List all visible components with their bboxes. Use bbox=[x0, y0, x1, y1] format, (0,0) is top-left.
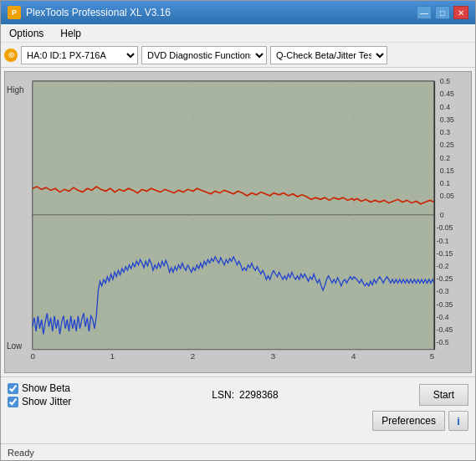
drive-select[interactable]: HA:0 ID:1 PX-716A bbox=[21, 46, 138, 64]
menu-options[interactable]: Options bbox=[4, 26, 49, 40]
show-beta-row: Show Beta bbox=[8, 382, 71, 394]
status-bar: Ready bbox=[1, 443, 475, 460]
svg-text:3: 3 bbox=[271, 351, 276, 361]
svg-text:-0.45: -0.45 bbox=[436, 325, 453, 334]
svg-text:0: 0 bbox=[440, 211, 444, 219]
svg-text:1: 1 bbox=[110, 351, 115, 361]
svg-text:-0.5: -0.5 bbox=[436, 338, 448, 346]
status-text: Ready bbox=[8, 448, 34, 458]
toolbar: ◎ HA:0 ID:1 PX-716A DVD Diagnostic Funct… bbox=[1, 43, 475, 68]
svg-text:0.2: 0.2 bbox=[440, 154, 450, 162]
svg-text:-0.1: -0.1 bbox=[436, 237, 448, 245]
svg-text:0: 0 bbox=[31, 351, 36, 361]
bottom-row1: Show Beta Show Jitter LSN: 2298368 Start bbox=[8, 382, 468, 407]
svg-text:0.15: 0.15 bbox=[440, 166, 454, 175]
show-jitter-label: Show Jitter bbox=[22, 396, 71, 407]
show-beta-checkbox[interactable] bbox=[8, 383, 18, 394]
window-title: PlexTools Professional XL V3.16 bbox=[26, 7, 171, 18]
lsn-value: 2298368 bbox=[239, 389, 279, 401]
menu-help[interactable]: Help bbox=[55, 26, 86, 40]
menu-bar: Options Help bbox=[1, 24, 475, 43]
lsn-section: LSN: 2298368 bbox=[212, 389, 278, 401]
svg-text:-0.15: -0.15 bbox=[436, 249, 453, 258]
start-button[interactable]: Start bbox=[419, 384, 468, 406]
svg-text:0.3: 0.3 bbox=[440, 128, 450, 136]
svg-text:-0.05: -0.05 bbox=[436, 223, 453, 232]
title-bar-left: P PlexTools Professional XL V3.16 bbox=[8, 6, 171, 19]
info-button[interactable]: i bbox=[448, 411, 468, 431]
svg-text:0.45: 0.45 bbox=[440, 90, 454, 98]
bottom-row2: Preferences i bbox=[8, 411, 468, 431]
svg-text:-0.3: -0.3 bbox=[436, 287, 448, 295]
svg-text:0.1: 0.1 bbox=[440, 179, 450, 187]
svg-text:-0.2: -0.2 bbox=[436, 262, 448, 270]
svg-text:5: 5 bbox=[430, 351, 435, 361]
svg-text:0.05: 0.05 bbox=[440, 192, 454, 200]
show-beta-label: Show Beta bbox=[22, 382, 70, 394]
close-button[interactable]: ✕ bbox=[453, 6, 468, 19]
drive-icon: ◎ bbox=[4, 49, 18, 62]
chart-container: High Low bbox=[4, 71, 472, 373]
svg-rect-0 bbox=[33, 81, 435, 350]
bottom-panel: Show Beta Show Jitter LSN: 2298368 Start… bbox=[1, 376, 475, 443]
preferences-button[interactable]: Preferences bbox=[372, 411, 445, 431]
svg-text:-0.35: -0.35 bbox=[436, 300, 453, 309]
svg-text:-0.25: -0.25 bbox=[436, 274, 453, 283]
lsn-label: LSN: bbox=[212, 389, 234, 401]
svg-text:0.5: 0.5 bbox=[440, 77, 450, 85]
title-controls: — □ ✕ bbox=[417, 6, 468, 19]
bottom-actions: Preferences i bbox=[372, 411, 468, 431]
show-jitter-row: Show Jitter bbox=[8, 396, 71, 407]
svg-text:2: 2 bbox=[191, 351, 195, 361]
svg-text:0.4: 0.4 bbox=[440, 103, 450, 111]
app-icon: P bbox=[8, 6, 21, 19]
maximize-button[interactable]: □ bbox=[435, 6, 450, 19]
checkboxes: Show Beta Show Jitter bbox=[8, 382, 71, 407]
title-bar: P PlexTools Professional XL V3.16 — □ ✕ bbox=[1, 1, 475, 24]
main-window: P PlexTools Professional XL V3.16 — □ ✕ … bbox=[0, 0, 476, 461]
chart-svg: 0.5 0.45 0.4 0.35 0.3 0.25 0.2 0.15 0.1 … bbox=[5, 72, 471, 372]
svg-text:0.35: 0.35 bbox=[440, 115, 454, 124]
test-select[interactable]: Q-Check Beta/Jitter Test bbox=[270, 46, 387, 64]
svg-text:-0.4: -0.4 bbox=[436, 313, 448, 321]
svg-text:0.25: 0.25 bbox=[440, 141, 454, 149]
function-select[interactable]: DVD Diagnostic Functions bbox=[141, 46, 267, 64]
minimize-button[interactable]: — bbox=[417, 6, 432, 19]
svg-text:4: 4 bbox=[351, 351, 356, 361]
show-jitter-checkbox[interactable] bbox=[8, 397, 18, 407]
